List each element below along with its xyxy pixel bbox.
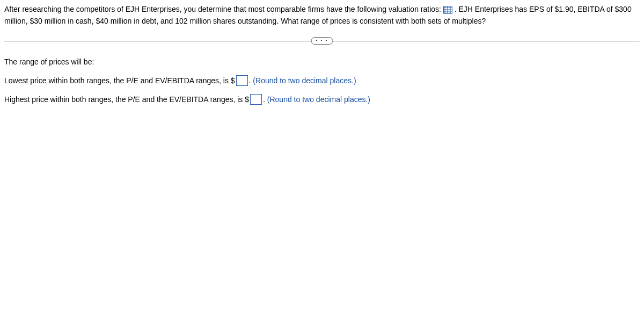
lowest-price-label-post: . bbox=[249, 76, 251, 85]
lowest-price-hint: (Round to two decimal places.) bbox=[253, 76, 356, 85]
highest-price-label-pre: Highest price within both ranges, the P/… bbox=[4, 95, 249, 104]
data-table-icon[interactable] bbox=[443, 6, 452, 14]
highest-price-input[interactable] bbox=[250, 94, 262, 105]
highest-price-line: Highest price within both ranges, the P/… bbox=[4, 94, 640, 105]
question-intro: After researching the competitors of EJH… bbox=[4, 3, 640, 27]
intro-text-1: After researching the competitors of EJH… bbox=[4, 5, 441, 13]
highest-price-hint: (Round to two decimal places.) bbox=[267, 95, 370, 104]
lowest-price-input[interactable] bbox=[236, 75, 248, 86]
range-heading: The range of prices will be: bbox=[4, 56, 640, 68]
expand-toggle[interactable]: • • • bbox=[311, 37, 333, 45]
lowest-price-line: Lowest price within both ranges, the P/E… bbox=[4, 75, 640, 86]
section-divider: • • • bbox=[4, 37, 640, 45]
highest-price-label-post: . bbox=[263, 95, 265, 104]
lowest-price-label-pre: Lowest price within both ranges, the P/E… bbox=[4, 76, 235, 85]
